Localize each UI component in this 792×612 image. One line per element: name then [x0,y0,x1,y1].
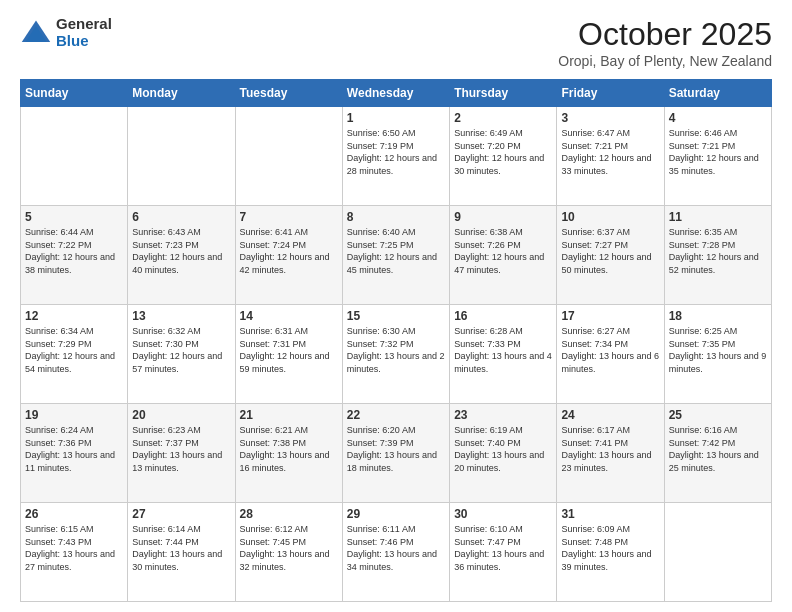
calendar-cell: 30Sunrise: 6:10 AM Sunset: 7:47 PM Dayli… [450,503,557,602]
calendar-cell: 24Sunrise: 6:17 AM Sunset: 7:41 PM Dayli… [557,404,664,503]
title-block: October 2025 Oropi, Bay of Plenty, New Z… [558,16,772,69]
header-thursday: Thursday [450,80,557,107]
day-number: 7 [240,210,338,224]
calendar-cell: 10Sunrise: 6:37 AM Sunset: 7:27 PM Dayli… [557,206,664,305]
week-row-4: 19Sunrise: 6:24 AM Sunset: 7:36 PM Dayli… [21,404,772,503]
day-number: 24 [561,408,659,422]
calendar-cell: 22Sunrise: 6:20 AM Sunset: 7:39 PM Dayli… [342,404,449,503]
calendar-cell [664,503,771,602]
day-number: 23 [454,408,552,422]
logo-text: General Blue [56,16,112,49]
calendar-cell: 3Sunrise: 6:47 AM Sunset: 7:21 PM Daylig… [557,107,664,206]
day-info: Sunrise: 6:46 AM Sunset: 7:21 PM Dayligh… [669,127,767,177]
day-info: Sunrise: 6:21 AM Sunset: 7:38 PM Dayligh… [240,424,338,474]
header: General Blue October 2025 Oropi, Bay of … [20,16,772,69]
day-number: 12 [25,309,123,323]
day-number: 16 [454,309,552,323]
header-friday: Friday [557,80,664,107]
day-info: Sunrise: 6:43 AM Sunset: 7:23 PM Dayligh… [132,226,230,276]
day-info: Sunrise: 6:23 AM Sunset: 7:37 PM Dayligh… [132,424,230,474]
day-number: 17 [561,309,659,323]
calendar-cell: 26Sunrise: 6:15 AM Sunset: 7:43 PM Dayli… [21,503,128,602]
logo-icon [20,17,52,49]
day-number: 2 [454,111,552,125]
calendar-cell: 5Sunrise: 6:44 AM Sunset: 7:22 PM Daylig… [21,206,128,305]
day-info: Sunrise: 6:19 AM Sunset: 7:40 PM Dayligh… [454,424,552,474]
day-number: 30 [454,507,552,521]
day-info: Sunrise: 6:38 AM Sunset: 7:26 PM Dayligh… [454,226,552,276]
month-title: October 2025 [558,16,772,53]
day-number: 26 [25,507,123,521]
calendar-cell: 9Sunrise: 6:38 AM Sunset: 7:26 PM Daylig… [450,206,557,305]
day-number: 20 [132,408,230,422]
calendar-cell: 8Sunrise: 6:40 AM Sunset: 7:25 PM Daylig… [342,206,449,305]
calendar-cell: 31Sunrise: 6:09 AM Sunset: 7:48 PM Dayli… [557,503,664,602]
day-info: Sunrise: 6:40 AM Sunset: 7:25 PM Dayligh… [347,226,445,276]
day-info: Sunrise: 6:17 AM Sunset: 7:41 PM Dayligh… [561,424,659,474]
day-number: 8 [347,210,445,224]
day-info: Sunrise: 6:25 AM Sunset: 7:35 PM Dayligh… [669,325,767,375]
calendar-cell: 1Sunrise: 6:50 AM Sunset: 7:19 PM Daylig… [342,107,449,206]
calendar-cell [235,107,342,206]
day-number: 6 [132,210,230,224]
week-row-5: 26Sunrise: 6:15 AM Sunset: 7:43 PM Dayli… [21,503,772,602]
calendar-cell: 17Sunrise: 6:27 AM Sunset: 7:34 PM Dayli… [557,305,664,404]
header-tuesday: Tuesday [235,80,342,107]
header-monday: Monday [128,80,235,107]
calendar-cell: 28Sunrise: 6:12 AM Sunset: 7:45 PM Dayli… [235,503,342,602]
day-info: Sunrise: 6:16 AM Sunset: 7:42 PM Dayligh… [669,424,767,474]
day-info: Sunrise: 6:41 AM Sunset: 7:24 PM Dayligh… [240,226,338,276]
calendar-cell: 20Sunrise: 6:23 AM Sunset: 7:37 PM Dayli… [128,404,235,503]
week-row-1: 1Sunrise: 6:50 AM Sunset: 7:19 PM Daylig… [21,107,772,206]
day-info: Sunrise: 6:50 AM Sunset: 7:19 PM Dayligh… [347,127,445,177]
day-number: 11 [669,210,767,224]
header-saturday: Saturday [664,80,771,107]
day-info: Sunrise: 6:37 AM Sunset: 7:27 PM Dayligh… [561,226,659,276]
calendar-cell: 25Sunrise: 6:16 AM Sunset: 7:42 PM Dayli… [664,404,771,503]
calendar-cell: 6Sunrise: 6:43 AM Sunset: 7:23 PM Daylig… [128,206,235,305]
day-number: 28 [240,507,338,521]
week-row-3: 12Sunrise: 6:34 AM Sunset: 7:29 PM Dayli… [21,305,772,404]
calendar-cell: 29Sunrise: 6:11 AM Sunset: 7:46 PM Dayli… [342,503,449,602]
calendar-cell: 19Sunrise: 6:24 AM Sunset: 7:36 PM Dayli… [21,404,128,503]
calendar-cell: 2Sunrise: 6:49 AM Sunset: 7:20 PM Daylig… [450,107,557,206]
day-number: 25 [669,408,767,422]
day-info: Sunrise: 6:31 AM Sunset: 7:31 PM Dayligh… [240,325,338,375]
calendar-cell: 12Sunrise: 6:34 AM Sunset: 7:29 PM Dayli… [21,305,128,404]
calendar-cell [128,107,235,206]
day-info: Sunrise: 6:27 AM Sunset: 7:34 PM Dayligh… [561,325,659,375]
week-row-2: 5Sunrise: 6:44 AM Sunset: 7:22 PM Daylig… [21,206,772,305]
calendar-cell: 23Sunrise: 6:19 AM Sunset: 7:40 PM Dayli… [450,404,557,503]
day-info: Sunrise: 6:28 AM Sunset: 7:33 PM Dayligh… [454,325,552,375]
calendar-cell: 21Sunrise: 6:21 AM Sunset: 7:38 PM Dayli… [235,404,342,503]
page: General Blue October 2025 Oropi, Bay of … [0,0,792,612]
day-number: 31 [561,507,659,521]
header-wednesday: Wednesday [342,80,449,107]
day-info: Sunrise: 6:12 AM Sunset: 7:45 PM Dayligh… [240,523,338,573]
calendar-cell: 27Sunrise: 6:14 AM Sunset: 7:44 PM Dayli… [128,503,235,602]
calendar-cell: 16Sunrise: 6:28 AM Sunset: 7:33 PM Dayli… [450,305,557,404]
calendar-cell: 15Sunrise: 6:30 AM Sunset: 7:32 PM Dayli… [342,305,449,404]
day-info: Sunrise: 6:30 AM Sunset: 7:32 PM Dayligh… [347,325,445,375]
day-number: 15 [347,309,445,323]
day-info: Sunrise: 6:11 AM Sunset: 7:46 PM Dayligh… [347,523,445,573]
weekday-header-row: Sunday Monday Tuesday Wednesday Thursday… [21,80,772,107]
day-number: 10 [561,210,659,224]
day-info: Sunrise: 6:15 AM Sunset: 7:43 PM Dayligh… [25,523,123,573]
calendar-cell: 4Sunrise: 6:46 AM Sunset: 7:21 PM Daylig… [664,107,771,206]
calendar-cell [21,107,128,206]
day-info: Sunrise: 6:20 AM Sunset: 7:39 PM Dayligh… [347,424,445,474]
day-number: 27 [132,507,230,521]
day-number: 19 [25,408,123,422]
day-number: 13 [132,309,230,323]
day-info: Sunrise: 6:24 AM Sunset: 7:36 PM Dayligh… [25,424,123,474]
day-number: 29 [347,507,445,521]
calendar-cell: 14Sunrise: 6:31 AM Sunset: 7:31 PM Dayli… [235,305,342,404]
logo-blue-text: Blue [56,33,112,50]
day-info: Sunrise: 6:14 AM Sunset: 7:44 PM Dayligh… [132,523,230,573]
day-number: 22 [347,408,445,422]
day-number: 21 [240,408,338,422]
day-number: 18 [669,309,767,323]
day-info: Sunrise: 6:35 AM Sunset: 7:28 PM Dayligh… [669,226,767,276]
day-number: 9 [454,210,552,224]
